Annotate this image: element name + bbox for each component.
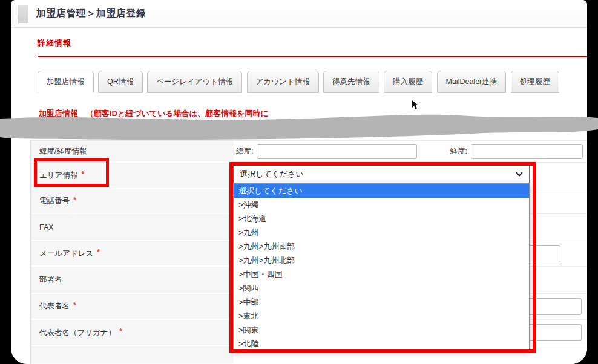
section-divider — [38, 56, 587, 57]
tab-merchant-info[interactable]: 加盟店情報 — [38, 71, 94, 93]
redaction-swoosh — [0, 112, 598, 144]
required-mark: * — [73, 301, 76, 310]
row-label: メールアドレス — [39, 249, 93, 259]
area-dropdown: 選択してください 選択してください >沖縄 >北海道 >九州 >九州>九州南部 … — [233, 165, 530, 351]
longitude-input[interactable] — [471, 144, 583, 159]
tab-bar: 加盟店情報 QR情報 ページレイアウト情報 アカウント情報 得意先情報 購入履歴… — [38, 71, 561, 93]
area-option[interactable]: >北海道 — [234, 212, 529, 226]
area-option[interactable]: >関東 — [234, 323, 529, 337]
row-label: 代表者名（フリガナ） — [39, 328, 116, 338]
tab-account-info[interactable]: アカウント情報 — [247, 71, 319, 93]
area-option[interactable]: >中国・四国 — [234, 267, 529, 281]
tab-maildealer-link[interactable]: MailDealer連携 — [437, 71, 507, 93]
tab-page-layout-info[interactable]: ページレイアウト情報 — [147, 71, 242, 93]
mouse-cursor-icon — [410, 100, 420, 111]
header-accent-chip — [18, 5, 28, 23]
area-option[interactable]: >関西 — [234, 281, 529, 295]
area-select[interactable]: 選択してください — [233, 165, 530, 183]
tab-customer-info[interactable]: 得意先情報 — [323, 71, 380, 93]
area-option[interactable]: >九州>九州北部 — [234, 253, 529, 267]
row-label: 電話番号 — [39, 196, 70, 206]
area-option[interactable]: >沖縄 — [234, 198, 529, 212]
area-option-list: 選択してください >沖縄 >北海道 >九州 >九州>九州南部 >九州>九州北部 … — [233, 183, 530, 351]
area-option[interactable]: >東北 — [234, 309, 529, 323]
latitude-input[interactable] — [257, 144, 417, 159]
row-label: 部署名 — [39, 275, 62, 285]
longitude-label: 経度: — [450, 146, 467, 157]
page-header: 加盟店管理＞加盟店登録 — [11, 0, 587, 28]
required-mark: * — [97, 248, 100, 256]
row-label: 緯度/経度情報 — [39, 146, 87, 157]
row-label: エリア情報 — [39, 171, 77, 181]
area-option[interactable]: 選択してください — [234, 184, 529, 198]
row-label: FAX — [39, 223, 54, 232]
tab-process-history[interactable]: 処理履歴 — [511, 71, 559, 93]
area-option[interactable]: >中部 — [234, 295, 529, 309]
area-select-value: 選択してください — [240, 169, 304, 180]
required-mark: * — [81, 170, 84, 178]
chevron-down-icon — [516, 172, 523, 177]
required-mark: * — [119, 327, 122, 336]
page-title: 加盟店管理＞加盟店登録 — [36, 7, 146, 20]
row-label: 代表者名 — [39, 301, 70, 311]
section-title: 詳細情報 — [38, 37, 71, 48]
tab-qr-info[interactable]: QR情報 — [98, 71, 143, 93]
area-option[interactable]: >北陸 — [234, 337, 529, 351]
table-row-latlng: 緯度/経度情報 緯度: 経度: — [31, 141, 587, 163]
app-window: 加盟店管理＞加盟店登録 詳細情報 加盟店情報 QR情報 ページレイアウト情報 ア… — [11, 0, 587, 364]
area-option[interactable]: >九州 — [234, 226, 529, 239]
area-option[interactable]: >九州>九州南部 — [234, 239, 529, 253]
latitude-label: 緯度: — [236, 146, 253, 157]
required-mark: * — [73, 196, 76, 204]
tab-purchase-history[interactable]: 購入履歴 — [384, 71, 432, 93]
